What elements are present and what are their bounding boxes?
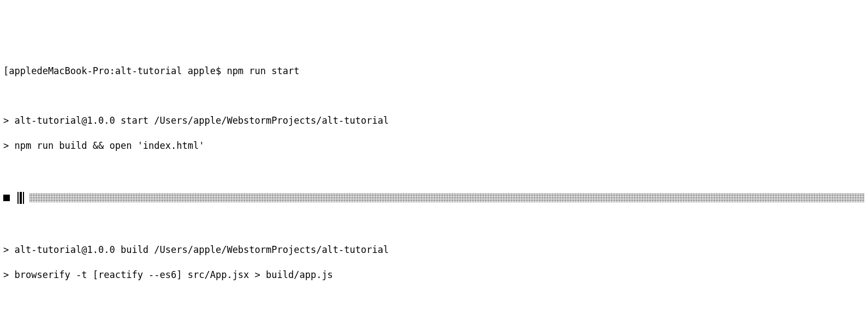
- divider-pattern: [29, 194, 865, 202]
- blank-line: [3, 90, 865, 102]
- npm-start-header: > alt-tutorial@1.0.0 start /Users/apple/…: [3, 114, 865, 127]
- blank-line: [3, 219, 865, 231]
- divider-square-icon: [3, 195, 10, 201]
- npm-build-cmd: > browserify -t [reactify --es6] src/App…: [3, 269, 865, 281]
- npm-start-cmd: > npm run build && open 'index.html': [3, 140, 865, 152]
- terminal-output: [appledeMacBook-Pro:alt-tutorial apple$ …: [3, 52, 865, 314]
- divider-bar-icon: [20, 192, 22, 204]
- npm-build-header: > alt-tutorial@1.0.0 build /Users/apple/…: [3, 244, 865, 256]
- blank-line: [3, 294, 865, 306]
- blank-line: [3, 165, 865, 177]
- prompt-line: [appledeMacBook-Pro:alt-tutorial apple$ …: [3, 65, 865, 77]
- section-divider: [3, 192, 865, 204]
